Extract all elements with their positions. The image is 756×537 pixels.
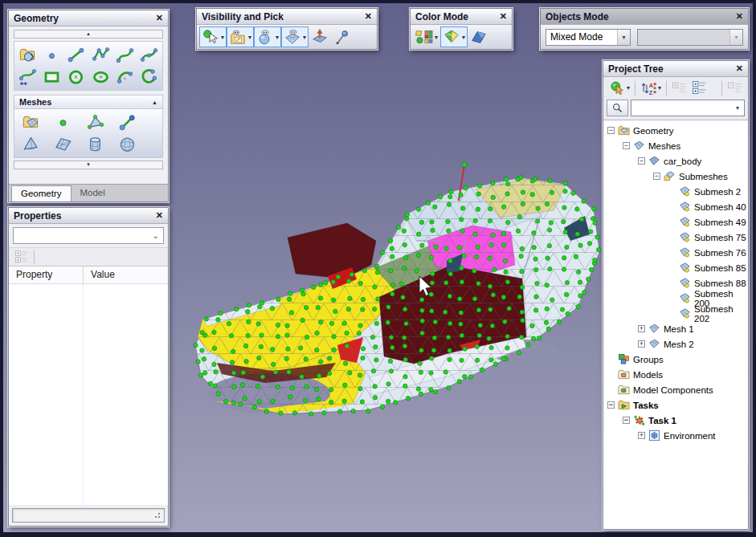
chevron-down-icon[interactable]: ▾ — [435, 34, 438, 41]
scroll-up-button[interactable]: ▲ — [14, 30, 163, 39]
create-mesh-sphere-button[interactable] — [115, 133, 139, 155]
expander-icon[interactable]: + — [638, 340, 645, 348]
chevron-down-icon[interactable]: ▾ — [462, 34, 465, 41]
expander-icon[interactable]: − — [623, 417, 630, 424]
tree-item-mesh-2[interactable]: +Mesh 2 — [603, 336, 748, 352]
tree-item-tasks[interactable]: −Tasks — [603, 397, 748, 413]
close-icon[interactable]: ✕ — [156, 13, 163, 23]
model-components-folder-icon — [618, 384, 630, 396]
meshes-group-header[interactable]: Meshes ▲ — [14, 95, 163, 108]
collapse-all-button[interactable] — [725, 78, 745, 99]
search-input[interactable]: ▾ — [631, 100, 745, 116]
create-mesh-tetra-button[interactable] — [18, 133, 43, 155]
create-mesh-triangle-button[interactable] — [83, 112, 107, 133]
create-ellipse-button[interactable] — [88, 66, 112, 87]
properties-panel-titlebar[interactable]: Properties ✕ — [9, 208, 168, 224]
create-rectangle-button[interactable] — [39, 66, 63, 87]
mesh-colors-button[interactable]: ▾ — [440, 26, 468, 47]
import-curve-button[interactable] — [15, 44, 39, 66]
properties-status-box[interactable] — [12, 508, 165, 523]
close-icon[interactable]: ✕ — [736, 11, 743, 22]
expander-icon[interactable]: − — [607, 401, 615, 409]
pick-mode-button[interactable]: ▾ — [199, 26, 227, 47]
tree-item-submesh-40[interactable]: Submesh 40 — [603, 199, 748, 214]
tree-item-geometry[interactable]: −Geometry — [603, 123, 748, 138]
close-icon[interactable]: ✕ — [500, 11, 507, 22]
sort-button[interactable]: ▾ — [638, 78, 664, 99]
create-mesh-edge-button[interactable] — [115, 112, 139, 133]
close-icon[interactable]: ✕ — [365, 11, 372, 22]
create-point-button[interactable] — [39, 44, 63, 66]
chevron-down-icon[interactable]: ▾ — [617, 30, 630, 45]
tree-item-submesh-75[interactable]: Submesh 75 — [603, 230, 748, 245]
tree-item-mesh-1[interactable]: +Mesh 1 — [603, 321, 748, 336]
create-polyline-button[interactable] — [88, 44, 112, 66]
properties-selector-combobox[interactable]: ⌄ — [13, 227, 164, 244]
create-arc3-button[interactable] — [137, 66, 161, 87]
properties-table-body[interactable] — [9, 284, 168, 505]
mesh-visibility-button[interactable]: ▾ — [281, 26, 309, 47]
tree-item-task-1[interactable]: −Task 1 — [603, 413, 748, 428]
tree-item-car-body[interactable]: −car_body — [603, 153, 748, 169]
color-mode-titlebar[interactable]: Color Mode ✕ — [411, 9, 512, 25]
object-colors-button[interactable]: ▾ — [413, 26, 440, 47]
scroll-down-button[interactable]: ▼ — [14, 161, 163, 169]
expander-icon[interactable]: − — [623, 142, 630, 149]
tree-item-environment[interactable]: +Environment — [603, 428, 748, 443]
chevron-down-icon[interactable]: ▾ — [221, 34, 224, 41]
create-circle-button[interactable] — [64, 66, 88, 87]
resize-grip[interactable] — [154, 512, 161, 519]
geometry-panel-titlebar[interactable]: Geometry ✕ — [9, 10, 168, 26]
close-icon[interactable]: ✕ — [736, 63, 743, 74]
expander-icon[interactable]: + — [638, 432, 645, 439]
expand-item-button[interactable] — [669, 78, 689, 99]
close-icon[interactable]: ✕ — [156, 210, 163, 221]
tree-item-model-components[interactable]: Model Components — [603, 382, 748, 397]
chevron-down-icon[interactable]: ▾ — [248, 34, 251, 41]
import-mesh-button[interactable] — [18, 112, 43, 133]
create-curve-button[interactable] — [112, 44, 137, 66]
tree-item-meshes[interactable]: −Meshes — [603, 138, 748, 153]
create-mesh-cylinder-button[interactable] — [83, 133, 107, 155]
tab-model[interactable]: Model — [72, 185, 114, 201]
create-spline-button[interactable] — [137, 44, 161, 66]
collapse-group-icon[interactable]: ▲ — [152, 100, 157, 105]
geometry-visibility-button[interactable]: ▾ — [254, 26, 281, 47]
flat-color-button[interactable] — [468, 26, 490, 47]
expander-icon[interactable]: − — [607, 127, 615, 134]
tree-pick-button[interactable]: ▾ — [607, 78, 632, 99]
search-button[interactable] — [607, 100, 628, 116]
tree-item-submesh-85[interactable]: Submesh 85 — [603, 260, 748, 275]
objects-mode-select[interactable]: Mixed Mode ▾ — [546, 29, 631, 46]
chevron-down-icon[interactable]: ▾ — [303, 34, 306, 41]
tree-item-models[interactable]: Models — [603, 367, 748, 382]
visibility-panel-titlebar[interactable]: Visibility and Pick ✕ — [197, 9, 377, 25]
tree-item-submesh-49[interactable]: Submesh 49 — [603, 214, 748, 230]
chevron-down-icon[interactable]: ▾ — [276, 34, 279, 41]
tree-item-submesh-2[interactable]: Submesh 2 — [603, 184, 748, 199]
tree-item-submesh-202[interactable]: Submesh 202 — [603, 306, 748, 321]
expander-icon[interactable]: − — [653, 173, 660, 180]
edit-curve-button[interactable] — [15, 66, 39, 87]
pick-point-button[interactable] — [331, 26, 353, 47]
create-mesh-node-button[interactable] — [51, 112, 75, 133]
chevron-down-icon[interactable]: ▾ — [627, 84, 630, 92]
objects-mode-secondary-select[interactable]: ▾ — [637, 29, 743, 46]
show-normals-button[interactable] — [309, 26, 331, 47]
create-line-button[interactable] — [64, 44, 88, 66]
chevron-down-icon[interactable]: ▾ — [658, 84, 661, 92]
tree-item-submeshes[interactable]: −Submeshes — [603, 169, 748, 184]
objects-mode-titlebar[interactable]: Objects Mode ✕ — [541, 9, 748, 25]
expander-icon[interactable]: − — [638, 157, 645, 165]
expander-icon[interactable]: + — [638, 325, 645, 332]
chevron-down-icon[interactable]: ▾ — [731, 100, 744, 116]
create-mesh-quad-button[interactable] — [51, 133, 75, 155]
tab-geometry[interactable]: Geometry — [11, 185, 72, 201]
folder-visibility-button[interactable]: ▾ — [227, 26, 254, 47]
tree-item-submesh-76[interactable]: Submesh 76 — [603, 245, 748, 260]
project-tree-titlebar[interactable]: Project Tree ✕ — [603, 61, 748, 77]
tree-item-groups[interactable]: Groups — [603, 352, 748, 367]
create-arc-button[interactable] — [112, 66, 137, 87]
categorize-properties-button[interactable] — [12, 246, 31, 267]
expand-all-button[interactable] — [689, 78, 709, 99]
